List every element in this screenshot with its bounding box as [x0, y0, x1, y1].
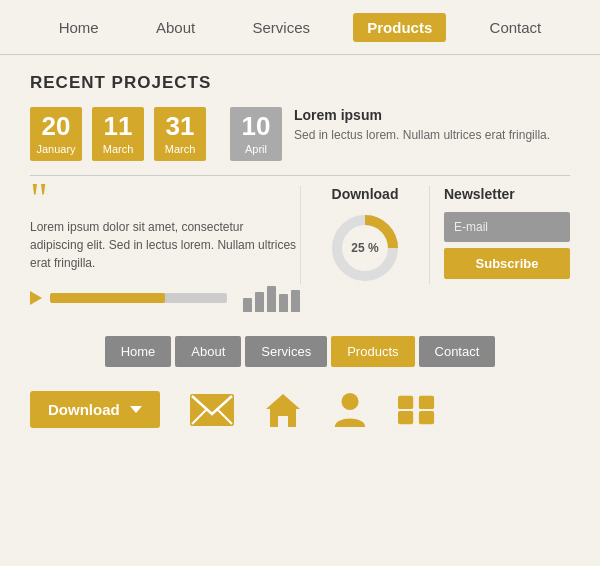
progress-fill — [50, 293, 165, 303]
quote-section: " Lorem ipsum dolor sit amet, consectetu… — [30, 186, 300, 312]
featured-text: Lorem ipsum Sed in lectus lorem. Nullam … — [294, 107, 550, 144]
bottom-nav-about[interactable]: About — [175, 336, 241, 367]
download-button[interactable]: Download — [30, 391, 160, 428]
bottom-nav: Home About Services Products Contact — [0, 326, 600, 377]
bar-4 — [279, 294, 288, 312]
nav-products[interactable]: Products — [353, 13, 446, 42]
date-num-2: 11 — [96, 112, 140, 141]
progress-area — [30, 284, 300, 312]
newsletter-title: Newsletter — [444, 186, 570, 202]
newsletter-section: Newsletter Subscribe — [430, 186, 570, 279]
nav-contact[interactable]: Contact — [476, 13, 556, 42]
bottom-nav-home[interactable]: Home — [105, 336, 172, 367]
featured-title: Lorem ipsum — [294, 107, 550, 123]
date-month-1: January — [34, 143, 78, 155]
date-boxes: 20 January 11 March 31 March — [30, 107, 206, 161]
email-icon[interactable] — [190, 394, 234, 426]
section-title: RECENT PROJECTS — [30, 73, 570, 93]
bar-chart — [243, 284, 300, 312]
featured-desc: Sed in lectus lorem. Nullam ultrices era… — [294, 127, 550, 144]
bottom-nav-services[interactable]: Services — [245, 336, 327, 367]
donut-label: 25 % — [351, 241, 378, 255]
featured-date-num: 10 — [234, 112, 278, 141]
download-label: Download — [48, 401, 120, 418]
svg-point-7 — [341, 393, 358, 410]
date-box-3: 31 March — [154, 107, 206, 161]
middle-row: " Lorem ipsum dolor sit amet, consectetu… — [30, 186, 570, 312]
date-num-3: 31 — [158, 112, 202, 141]
bottom-nav-contact[interactable]: Contact — [419, 336, 496, 367]
svg-rect-11 — [419, 411, 434, 424]
subscribe-button[interactable]: Subscribe — [444, 248, 570, 279]
bar-1 — [243, 298, 252, 312]
nav-services[interactable]: Services — [238, 13, 324, 42]
quote-text: Lorem ipsum dolor sit amet, consectetur … — [30, 218, 300, 272]
bar-2 — [255, 292, 264, 312]
date-box-2: 11 March — [92, 107, 144, 161]
date-month-2: March — [96, 143, 140, 155]
person-icon[interactable] — [332, 391, 368, 429]
top-nav: Home About Services Products Contact — [0, 0, 600, 55]
quotemark-icon[interactable] — [398, 395, 436, 425]
svg-rect-10 — [419, 396, 434, 409]
date-box-1: 20 January — [30, 107, 82, 161]
email-field[interactable] — [444, 212, 570, 242]
divider-1 — [30, 175, 570, 176]
dropdown-arrow-icon — [130, 406, 142, 413]
bottom-nav-products[interactable]: Products — [331, 336, 414, 367]
projects-row: 20 January 11 March 31 March 10 April Lo… — [30, 107, 570, 161]
donut-chart: 25 % — [329, 212, 401, 284]
home-icon[interactable] — [264, 391, 302, 429]
featured-project: 10 April Lorem ipsum Sed in lectus lorem… — [230, 107, 570, 161]
download-section: Download 25 % — [300, 186, 430, 284]
bar-5 — [291, 290, 300, 312]
date-num-1: 20 — [34, 112, 78, 141]
featured-date-month: April — [234, 143, 278, 155]
icon-bar: Download — [0, 377, 600, 429]
nav-about[interactable]: About — [142, 13, 209, 42]
download-title: Download — [315, 186, 415, 202]
svg-rect-6 — [278, 416, 288, 427]
play-icon[interactable] — [30, 291, 42, 305]
bar-3 — [267, 286, 276, 312]
svg-rect-8 — [398, 396, 413, 409]
quote-mark-icon: " — [30, 186, 300, 212]
nav-home[interactable]: Home — [45, 13, 113, 42]
featured-date-box: 10 April — [230, 107, 282, 161]
date-month-3: March — [158, 143, 202, 155]
main-content: RECENT PROJECTS 20 January 11 March 31 M… — [0, 55, 600, 322]
progress-bar — [50, 293, 227, 303]
svg-rect-9 — [398, 411, 413, 424]
